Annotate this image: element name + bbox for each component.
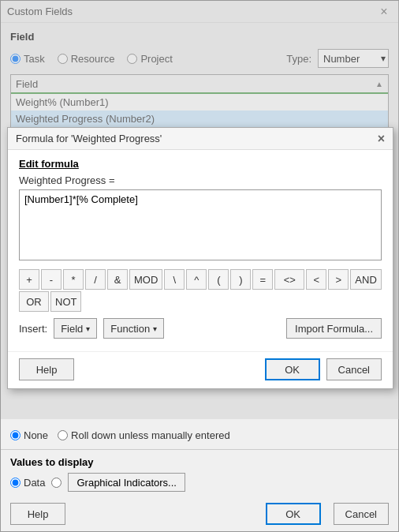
import-formula-button[interactable]: Import Formula... bbox=[286, 318, 382, 339]
radio-rolldown-label: Roll down unless manually entered bbox=[71, 429, 230, 441]
dialog-help-button[interactable]: Help bbox=[19, 358, 74, 380]
op-backslash[interactable]: \ bbox=[164, 269, 185, 290]
op-divide[interactable]: / bbox=[85, 269, 106, 290]
op-open-paren[interactable]: ( bbox=[208, 269, 229, 290]
op-close-paren[interactable]: ) bbox=[230, 269, 251, 290]
dialog-body: Edit formula Weighted Progress = [Number… bbox=[8, 150, 393, 351]
dialog-title: Formula for 'Weighted Progress' bbox=[16, 133, 162, 144]
field-dropdown-button[interactable]: Field ▾ bbox=[54, 318, 97, 339]
op-less[interactable]: < bbox=[306, 269, 326, 290]
cancel-button[interactable]: Cancel bbox=[334, 503, 389, 525]
op-greater[interactable]: > bbox=[328, 269, 349, 290]
radio-rolldown[interactable]: Roll down unless manually entered bbox=[58, 429, 230, 441]
main-window: Custom Fields × Field Task Resource Proj… bbox=[0, 0, 399, 532]
help-button[interactable]: Help bbox=[10, 503, 65, 525]
values-label: Values to display bbox=[10, 456, 389, 468]
radio-graphical[interactable] bbox=[51, 478, 62, 488]
op-notequal[interactable]: <> bbox=[274, 269, 304, 290]
radio-data-input[interactable] bbox=[10, 478, 21, 488]
values-section: Values to display Data Graphical Indicat… bbox=[1, 456, 398, 492]
operators-row: + - * / & MOD \ ^ ( ) = <> < > AND OR NO… bbox=[19, 269, 382, 312]
dialog-ok-button[interactable]: OK bbox=[265, 358, 320, 380]
ok-button[interactable]: OK bbox=[266, 503, 321, 525]
op-caret[interactable]: ^ bbox=[186, 269, 207, 290]
divider bbox=[1, 449, 398, 450]
op-and[interactable]: AND bbox=[350, 269, 381, 290]
dialog-footer-left: Help bbox=[19, 358, 74, 380]
formula-textarea[interactable]: [Number1]*[% Complete] bbox=[19, 189, 382, 260]
bottom-section: None Roll down unless manually entered V… bbox=[1, 425, 398, 531]
radio-none[interactable]: None bbox=[10, 429, 48, 441]
bottom-buttons: Help OK Cancel bbox=[1, 496, 398, 531]
insert-row: Insert: Field ▾ Function ▾ Import Formul… bbox=[19, 318, 382, 339]
radio-graphical-input[interactable] bbox=[51, 478, 62, 488]
dialog-footer-right: OK Cancel bbox=[265, 358, 382, 380]
radio-rolldown-input[interactable] bbox=[58, 430, 68, 440]
edit-formula-label: Edit formula bbox=[19, 158, 382, 170]
function-dropdown-button[interactable]: Function ▾ bbox=[103, 318, 164, 339]
none-row: None Roll down unless manually entered bbox=[1, 425, 398, 446]
op-minus[interactable]: - bbox=[41, 269, 62, 290]
radio-none-label: None bbox=[24, 429, 48, 441]
op-multiply[interactable]: * bbox=[63, 269, 84, 290]
formula-dialog: Formula for 'Weighted Progress' × Edit f… bbox=[7, 127, 393, 389]
function-dropdown-label: Function bbox=[110, 323, 150, 335]
field-dropdown-arrow-icon: ▾ bbox=[86, 324, 90, 333]
op-not[interactable]: NOT bbox=[50, 291, 81, 312]
graphical-indicators-button[interactable]: Graphical Indicators... bbox=[68, 473, 185, 492]
dialog-titlebar: Formula for 'Weighted Progress' × bbox=[8, 128, 393, 150]
field-dropdown-label: Field bbox=[61, 323, 83, 335]
dialog-close-icon[interactable]: × bbox=[378, 132, 385, 146]
op-or[interactable]: OR bbox=[19, 291, 49, 312]
radio-data-label: Data bbox=[24, 477, 45, 489]
values-radio-row: Data Graphical Indicators... bbox=[10, 473, 389, 492]
insert-label: Insert: bbox=[19, 323, 47, 335]
formula-eq-label: Weighted Progress = bbox=[19, 174, 382, 186]
op-equals[interactable]: = bbox=[252, 269, 273, 290]
op-ampersand[interactable]: & bbox=[107, 269, 128, 290]
radio-data[interactable]: Data bbox=[10, 477, 45, 489]
op-mod[interactable]: MOD bbox=[129, 269, 162, 290]
op-plus[interactable]: + bbox=[19, 269, 39, 290]
dialog-cancel-button[interactable]: Cancel bbox=[326, 358, 382, 380]
dialog-footer: Help OK Cancel bbox=[8, 351, 393, 388]
function-dropdown-arrow-icon: ▾ bbox=[153, 324, 157, 333]
radio-none-input[interactable] bbox=[10, 430, 21, 440]
